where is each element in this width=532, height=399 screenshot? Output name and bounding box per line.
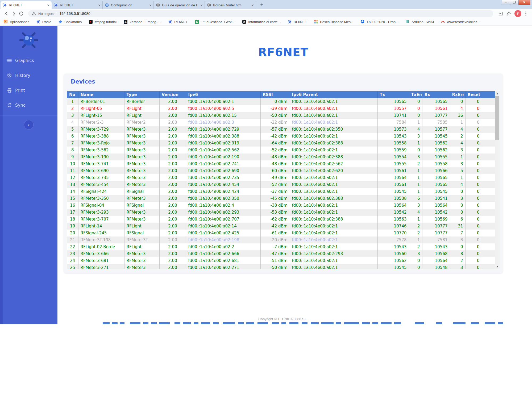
device-row[interactable]: 23RFMeter3-666RFMeter32.00fd00::1a10:4e0… xyxy=(67,250,495,257)
scrollbar-thumb[interactable] xyxy=(495,96,499,140)
device-row[interactable]: 14RFSignal-424RFSignal2.00fd00::1a10:4e0… xyxy=(67,188,495,195)
maximize-button[interactable] xyxy=(510,0,518,5)
scroll-down-icon[interactable]: ▼ xyxy=(495,264,500,269)
device-row[interactable]: 13RFMeter3-454RFMeter32.00fd00::1a10:4e0… xyxy=(67,181,495,188)
minimize-button[interactable]: – xyxy=(502,0,510,5)
gauge-icon xyxy=(441,20,445,24)
device-row[interactable]: 3RFLight-15RFLight2.00fd00::1a10:4e00:a0… xyxy=(67,112,495,119)
bookmark-item[interactable]: RF6NET xyxy=(288,20,307,24)
device-cell: 2.00 xyxy=(159,264,186,269)
device-row[interactable]: 20RFSignal-245RFSignal2.00fd00::1a10:4e0… xyxy=(67,230,495,236)
bookmark-item[interactable]: ffmpeg tutorial xyxy=(89,20,117,24)
device-cell: 0 xyxy=(409,112,422,119)
device-row[interactable]: 18RFMeter3-707RFMeter32.00fd00::1a10:4e0… xyxy=(67,216,495,223)
device-cell: -50 dBm xyxy=(260,264,290,269)
device-row[interactable]: 2RFLight-05RFLight2.00fd00::1a10:4e00:a0… xyxy=(67,105,495,112)
device-cell: 2.00 xyxy=(159,147,186,153)
column-header: RSSI xyxy=(260,91,290,98)
bookmark-item[interactable]: www.testdevelocida... xyxy=(441,20,480,24)
bookmark-item[interactable]: Radio xyxy=(36,20,51,24)
bookmark-item[interactable]: Bookmarks xyxy=(58,20,82,24)
device-row[interactable]: 11RFMeter3-690RFMeter32.00fd00::1a10:4e0… xyxy=(67,167,495,174)
tab-close-icon[interactable]: × xyxy=(47,3,49,7)
bookmark-item[interactable]: eInformática el corte... xyxy=(242,20,280,24)
device-row[interactable]: 1RFBorder-01RFBorder2.00fd00::1a10:4e00:… xyxy=(67,98,495,105)
table-scrollbar[interactable]: ▲ ▼ xyxy=(495,91,500,269)
device-row[interactable]: 4RFMeter2-3RFMeter22.00fd00::1a10:4e00:a… xyxy=(67,119,495,126)
device-cell: 10564 xyxy=(422,257,450,264)
device-row[interactable]: 16RFSignal-04RFSignal2.00fd00::1a10:4e00… xyxy=(67,202,495,209)
bookmark-item[interactable]: Aplicaciones xyxy=(4,20,29,24)
bookmark-item[interactable]: Arduino - WIKI xyxy=(405,20,434,24)
device-row[interactable]: 10RFMeter3-741RFMeter32.00fd00::1a10:4e0… xyxy=(67,160,495,167)
sidebar-item-print[interactable]: Print xyxy=(0,83,57,98)
device-row[interactable]: 5RFMeter3-729RFMeter32.00fd00::1a10:4e00… xyxy=(67,126,495,133)
device-cell: 9 xyxy=(67,153,78,160)
tab-title: Configuración xyxy=(111,3,146,7)
clipped-content-strip xyxy=(0,322,532,324)
page-action-icon[interactable] xyxy=(497,10,504,17)
device-cell: 3 xyxy=(450,160,465,167)
clipped-segment xyxy=(174,322,180,324)
bookmark-item[interactable]: Bosch Biphase Mes... xyxy=(314,20,354,24)
device-cell: RFMeter3 xyxy=(124,133,159,140)
address-bar[interactable]: No seguro 192.168.0.51:8080 xyxy=(28,10,493,17)
device-row[interactable]: 12RFMeter3-735RFMeter32.00fd00::1a10:4e0… xyxy=(67,174,495,181)
clipped-segment xyxy=(238,322,244,324)
bookmark-item[interactable]: RF6NET xyxy=(168,20,188,24)
device-row[interactable]: 8RFMeter3-562RFMeter32.00fd00::1a10:4e00… xyxy=(67,147,495,153)
omnibox-divider xyxy=(57,11,57,16)
devices-panel: Devices NoNameTypeVersionIpv6RSSIIpv6 Pa… xyxy=(64,74,503,273)
url-text[interactable]: 192.168.0.51:8080 xyxy=(59,11,90,16)
clipped-segment xyxy=(289,322,298,324)
device-cell: 10569 xyxy=(422,216,450,223)
device-row[interactable]: 22RFLight-02-BordeRFLight2.00fd00::1a10:… xyxy=(67,243,495,250)
device-cell: 0 xyxy=(465,195,482,202)
bookmark-item[interactable]: T6000 2020 - Drop... xyxy=(360,20,398,24)
back-button[interactable] xyxy=(3,10,10,17)
column-header: Tx xyxy=(377,91,409,98)
bookmark-item[interactable]: ZZeranoe FFmpeg -... xyxy=(123,20,161,24)
tab-close-icon[interactable]: × xyxy=(149,3,152,7)
device-row[interactable]: 7RFMeter3-RojoRFMeter32.00fd00::1a10:4e0… xyxy=(67,140,495,147)
security-label[interactable]: No seguro xyxy=(38,12,54,16)
device-cell: 10565 xyxy=(377,98,409,105)
reload-button[interactable] xyxy=(18,10,25,17)
browser-tab[interactable]: Border-Router.htm× xyxy=(205,1,256,9)
device-cell: RFMeter3-729 xyxy=(78,126,124,133)
close-button[interactable]: × xyxy=(518,0,530,5)
bookmark-star-icon[interactable] xyxy=(505,10,512,17)
menu-dots-icon[interactable] xyxy=(522,10,529,17)
scroll-up-icon[interactable]: ▲ xyxy=(495,91,500,96)
device-row[interactable]: 19RFLight-14RFLight2.00fd00::1a10:4e00:a… xyxy=(67,223,495,230)
sidebar-item-history[interactable]: History xyxy=(0,68,57,83)
browser-tab[interactable]: RF6NET× xyxy=(52,1,103,9)
sidebar-item-graphics[interactable]: Graphics xyxy=(0,53,57,68)
forward-button[interactable] xyxy=(10,10,18,17)
browser-tab[interactable]: Guia de operación de los progra× xyxy=(154,1,205,9)
browser-tab[interactable]: Configuración× xyxy=(103,1,154,9)
device-row[interactable]: 15RFMeter3-350RFMeter32.00fd00::1a10:4e0… xyxy=(67,195,495,202)
new-tab-button[interactable]: + xyxy=(258,1,265,9)
device-row[interactable]: 24RFMeter3-681RFMeter32.00fd00::1a10:4e0… xyxy=(67,257,495,264)
tab-close-icon[interactable]: × xyxy=(98,3,101,7)
browser-tab[interactable]: RF6NET× xyxy=(1,1,52,9)
sidebar-collapse-button[interactable]: ‹ xyxy=(24,120,33,129)
device-cell: -7 dBm xyxy=(260,243,290,250)
device-row[interactable]: 17RFMeter3-293RFMeter32.00fd00::1a10:4e0… xyxy=(67,209,495,216)
device-row[interactable]: 9RFMeter3-190RFMeter32.00fd00::1a10:4e00… xyxy=(67,153,495,160)
tab-close-icon[interactable]: × xyxy=(200,3,203,7)
profile-avatar[interactable]: F xyxy=(514,10,521,17)
clipped-segment xyxy=(498,322,503,324)
device-cell: 0 xyxy=(450,98,465,105)
tab-close-icon[interactable]: × xyxy=(251,3,254,7)
device-row[interactable]: 25RFMeter3-271RFMeter32.00fd00::1a10:4e0… xyxy=(67,264,495,269)
device-cell-filler xyxy=(482,98,495,105)
sidebar-item-sync[interactable]: Sync xyxy=(0,98,57,113)
device-row[interactable]: 6RFMeter3-388RFMeter32.00fd00::1a10:4e00… xyxy=(67,133,495,140)
bookmark-item[interactable]: S..::: eGestiona. Gesti... xyxy=(195,20,235,24)
device-row[interactable]: 21RFMeter3T-198RFMeter3T2.00fd00::1a10:4… xyxy=(67,236,495,243)
device-cell: -37 dBm xyxy=(260,188,290,195)
device-cell: 10741 xyxy=(377,112,409,119)
device-cell: 3 xyxy=(67,112,78,119)
